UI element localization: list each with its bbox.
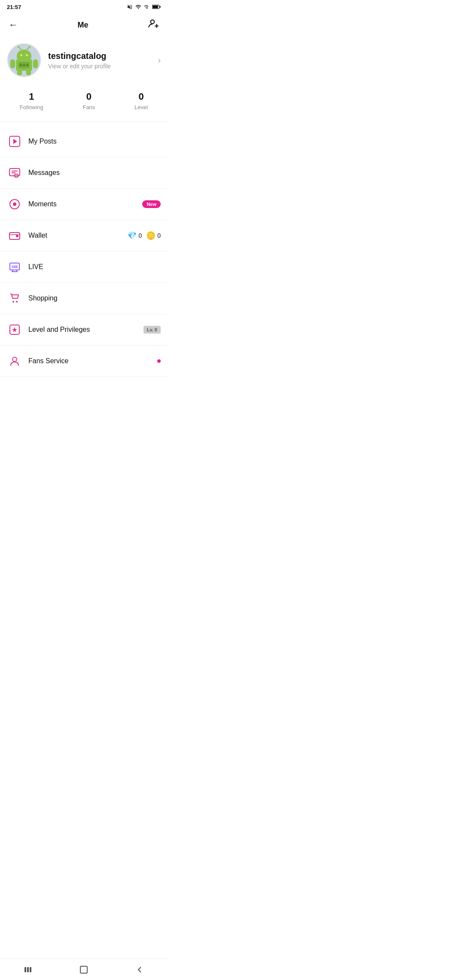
svg-point-10 bbox=[26, 54, 28, 56]
moments-label: Moments bbox=[28, 200, 142, 208]
svg-point-41 bbox=[16, 301, 18, 303]
menu-item-wallet[interactable]: Wallet 💎 0 🪙 0 bbox=[0, 220, 168, 251]
svg-point-8 bbox=[17, 49, 31, 62]
level-privileges-label: Level and Privileges bbox=[28, 326, 143, 334]
profile-info: testingcatalog View or edit your profile bbox=[48, 51, 151, 70]
svg-point-40 bbox=[12, 301, 14, 303]
svg-point-30 bbox=[13, 202, 16, 206]
shopping-label: Shopping bbox=[28, 294, 161, 302]
status-time: 21:57 bbox=[7, 4, 21, 10]
wallet-diamonds: 💎 0 bbox=[127, 231, 142, 240]
svg-point-43 bbox=[12, 357, 17, 361]
stat-level[interactable]: 0 Level bbox=[134, 91, 148, 110]
moments-new-badge: New bbox=[142, 200, 161, 208]
svg-point-20 bbox=[20, 64, 22, 67]
svg-point-3 bbox=[150, 20, 154, 24]
wallet-coins: 🪙 0 bbox=[146, 231, 161, 240]
stat-following[interactable]: 1 Following bbox=[20, 91, 43, 110]
messages-label: Messages bbox=[28, 169, 161, 177]
profile-section[interactable]: testingcatalog View or edit your profile… bbox=[0, 39, 168, 84]
following-count: 1 bbox=[29, 91, 34, 102]
coin-icon: 🪙 bbox=[146, 231, 156, 240]
svg-rect-2 bbox=[160, 6, 161, 7]
battery-icon bbox=[152, 4, 161, 10]
fans-service-dot bbox=[157, 359, 161, 363]
messages-icon bbox=[7, 165, 22, 181]
status-bar: 21:57 bbox=[0, 0, 168, 13]
svg-rect-17 bbox=[17, 70, 22, 75]
svg-rect-1 bbox=[153, 6, 158, 8]
svg-marker-24 bbox=[13, 139, 17, 144]
live-label: LIVE bbox=[28, 263, 161, 271]
menu-item-live[interactable]: LIVE LIVE bbox=[0, 251, 168, 283]
svg-point-14 bbox=[29, 46, 31, 48]
add-user-button[interactable] bbox=[146, 16, 161, 34]
back-button[interactable]: ← bbox=[7, 18, 20, 32]
wallet-label: Wallet bbox=[28, 232, 127, 239]
avatar-image bbox=[8, 44, 40, 77]
diamond-icon: 💎 bbox=[127, 231, 137, 240]
menu-list: My Posts Messages Moments bbox=[0, 126, 168, 377]
wifi-icon bbox=[135, 4, 142, 10]
svg-rect-18 bbox=[26, 70, 31, 75]
wallet-icon bbox=[7, 228, 22, 243]
profile-edit-label: View or edit your profile bbox=[48, 63, 151, 70]
live-icon: LIVE bbox=[7, 259, 22, 275]
top-nav: ← Me bbox=[0, 13, 168, 39]
avatar bbox=[7, 43, 41, 77]
menu-item-shopping[interactable]: Shopping bbox=[0, 283, 168, 314]
fans-label: Fans bbox=[82, 104, 95, 110]
svg-text:LIVE: LIVE bbox=[12, 266, 18, 268]
level-icon bbox=[7, 322, 22, 337]
signal-icon bbox=[144, 4, 150, 10]
svg-point-22 bbox=[26, 64, 29, 67]
my-posts-icon bbox=[7, 134, 22, 149]
svg-rect-16 bbox=[33, 59, 38, 68]
profile-chevron-icon[interactable]: › bbox=[158, 56, 161, 65]
svg-point-13 bbox=[18, 46, 19, 48]
fans-service-icon bbox=[7, 353, 22, 369]
shopping-icon bbox=[7, 291, 22, 306]
mute-icon bbox=[127, 4, 133, 10]
level-count: 0 bbox=[138, 91, 143, 102]
profile-username: testingcatalog bbox=[48, 51, 151, 61]
status-icons bbox=[127, 4, 161, 10]
menu-item-messages[interactable]: Messages bbox=[0, 157, 168, 189]
wallet-info: 💎 0 🪙 0 bbox=[127, 231, 161, 240]
svg-point-9 bbox=[20, 54, 22, 56]
stat-fans[interactable]: 0 Fans bbox=[82, 91, 95, 110]
stats-row: 1 Following 0 Fans 0 Level bbox=[0, 84, 168, 121]
menu-item-level-privileges[interactable]: Level and Privileges Lv. 0 bbox=[0, 314, 168, 346]
following-label: Following bbox=[20, 104, 43, 110]
my-posts-label: My Posts bbox=[28, 138, 161, 145]
menu-item-moments[interactable]: Moments New bbox=[0, 189, 168, 220]
coin-count: 0 bbox=[157, 232, 161, 239]
svg-point-32 bbox=[16, 235, 18, 237]
svg-point-21 bbox=[23, 64, 25, 67]
diamond-count: 0 bbox=[138, 232, 142, 239]
moments-icon bbox=[7, 196, 22, 212]
fans-count: 0 bbox=[86, 91, 92, 102]
page-title: Me bbox=[77, 21, 88, 30]
menu-item-fans-service[interactable]: Fans Service bbox=[0, 346, 168, 377]
level-label: Level bbox=[134, 104, 148, 110]
fans-service-label: Fans Service bbox=[28, 357, 157, 365]
menu-item-my-posts[interactable]: My Posts bbox=[0, 126, 168, 157]
level-badge: Lv. 0 bbox=[143, 326, 161, 334]
add-user-icon bbox=[148, 18, 159, 29]
svg-rect-15 bbox=[10, 59, 15, 68]
